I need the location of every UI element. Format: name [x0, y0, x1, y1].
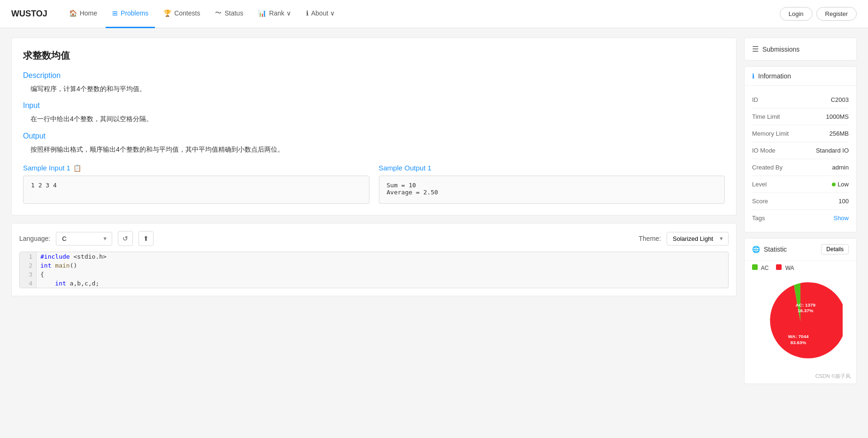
description-heading: Description — [23, 71, 725, 80]
output-section: Output 按照样例输出格式，顺序输出4个整数的和与平均值，其中平均值精确到小… — [23, 132, 725, 154]
brand: WUSTOJ — [11, 9, 47, 19]
line-content-2: int main() — [37, 261, 81, 270]
pie-chart-container: AC: 1379 16.37% WA: 7044 83.63% — [745, 275, 856, 371]
wa-slice — [770, 282, 843, 358]
submissions-label: Submissions — [762, 46, 799, 53]
legend: AC WA — [745, 261, 856, 275]
grid-icon: ⊞ — [112, 9, 118, 17]
tags-show-link[interactable]: Show — [833, 215, 849, 222]
wa-chart-label: WA: 7044 — [788, 334, 809, 339]
sample-grid: Sample Input 1 📋 1 2 3 4 Sample Output 1… — [23, 164, 725, 204]
trophy-icon: 🏆 — [163, 9, 171, 17]
info-circle-icon: ℹ — [306, 9, 308, 17]
code-line-2: 2 int main() — [20, 261, 728, 270]
pie-chart: AC: 1379 16.37% WA: 7044 83.63% — [758, 279, 843, 363]
copy-icon[interactable]: 📋 — [73, 164, 81, 172]
nav-about[interactable]: ℹ About ∨ — [300, 0, 341, 28]
code-editor[interactable]: 1 #include <stdio.h> 2 int main() 3 { 4 … — [19, 252, 729, 288]
description-text: 编写程序，计算4个整数的和与平均值。 — [23, 84, 725, 94]
nav-rank-label: Rank ∨ — [269, 9, 291, 17]
nav-contests-label: Contests — [174, 9, 200, 17]
information-card: ℹ Information ID C2003 Time Limit 1000MS… — [744, 66, 857, 232]
legend-wa-label: WA — [785, 265, 794, 271]
info-io-mode: IO Mode Standard IO — [752, 144, 849, 157]
navbar: WUSTOJ 🏠 Home ⊞ Problems 🏆 Contests 〜 St… — [0, 0, 868, 28]
legend-ac-label: AC — [761, 265, 769, 271]
info-icon: ℹ — [752, 72, 754, 80]
theme-select[interactable]: Solarized Light Default Monokai — [667, 232, 729, 246]
nav-rank[interactable]: 📊 Rank ∨ — [252, 0, 298, 28]
info-id: ID C2003 — [752, 93, 849, 106]
nav-status-label: Status — [224, 9, 243, 17]
code-line-1: 1 #include <stdio.h> — [20, 252, 728, 261]
theme-label: Theme: — [639, 235, 661, 242]
details-button[interactable]: Details — [821, 244, 849, 254]
menu-icon: ☰ — [752, 45, 759, 54]
home-icon: 🏠 — [69, 9, 77, 17]
wa-dot — [776, 264, 782, 270]
info-tags: Tags Show — [752, 212, 849, 224]
line-content-1: #include <stdio.h> — [37, 252, 110, 261]
theme-select-wrapper: Solarized Light Default Monokai ▼ — [667, 232, 729, 246]
output-text: 按照样例输出格式，顺序输出4个整数的和与平均值，其中平均值精确到小数点后两位。 — [23, 144, 725, 154]
language-select-wrapper: C C++ Java Python ▼ — [56, 232, 112, 246]
input-text: 在一行中给出4个整数，其间以空格分隔。 — [23, 114, 725, 124]
nav-contests[interactable]: 🏆 Contests — [157, 0, 207, 28]
line-num-4: 4 — [20, 279, 37, 288]
language-label: Language: — [19, 235, 50, 242]
page-container: 求整数均值 Description 编写程序，计算4个整数的和与平均值。 Inp… — [0, 28, 868, 393]
statistic-label: Statistic — [764, 246, 787, 253]
line-num-2: 2 — [20, 261, 37, 270]
information-label: Information — [758, 72, 791, 80]
footer-text: CSDN ©孩子风 — [745, 371, 856, 384]
nav-home[interactable]: 🏠 Home — [62, 0, 104, 28]
problem-title: 求整数均值 — [23, 49, 725, 62]
line-num-1: 1 — [20, 252, 37, 261]
nav-status[interactable]: 〜 Status — [208, 0, 250, 28]
nav-problems-label: Problems — [121, 9, 148, 17]
auth-buttons: Login Register — [780, 7, 857, 21]
problem-card: 求整数均值 Description 编写程序，计算4个整数的和与平均值。 Inp… — [11, 38, 737, 215]
sample-output-line2: Average = 2.50 — [387, 189, 717, 196]
information-body: ID C2003 Time Limit 1000MS Memory Limit … — [745, 86, 856, 232]
nav-home-label: Home — [80, 9, 97, 17]
nav-problems[interactable]: ⊞ Problems — [106, 0, 155, 28]
login-button[interactable]: Login — [780, 7, 813, 21]
info-time-limit: Time Limit 1000MS — [752, 110, 849, 123]
ac-dot — [752, 264, 758, 270]
sample-input-title: Sample Input 1 — [23, 164, 70, 172]
ac-chart-label: AC: 1379 — [796, 302, 816, 307]
submissions-header: ☰ Submissions — [745, 38, 856, 60]
refresh-button[interactable]: ↺ — [118, 231, 133, 246]
editor-toolbar: Language: C C++ Java Python ▼ ↺ ⬆ Theme:… — [19, 231, 729, 246]
info-level: Level Low — [752, 178, 849, 191]
sample-input-box: 1 2 3 4 — [23, 176, 369, 204]
line-num-3: 3 — [20, 270, 37, 279]
sample-input-label: Sample Input 1 📋 — [23, 164, 369, 172]
sample-output-line1: Sum = 10 — [387, 182, 717, 189]
info-score: Score 100 — [752, 195, 849, 207]
editor-card: Language: C C++ Java Python ▼ ↺ ⬆ Theme:… — [11, 223, 737, 296]
info-memory-limit: Memory Limit 256MB — [752, 127, 849, 140]
main-content: 求整数均值 Description 编写程序，计算4个整数的和与平均值。 Inp… — [11, 38, 737, 384]
language-select[interactable]: C C++ Java Python — [56, 232, 112, 246]
sample-output-col: Sample Output 1 Sum = 10 Average = 2.50 — [379, 164, 725, 204]
pulse-icon: 〜 — [215, 9, 222, 17]
sample-output-label: Sample Output 1 — [379, 164, 725, 172]
register-button[interactable]: Register — [816, 7, 857, 21]
legend-ac: AC — [752, 264, 768, 271]
information-header: ℹ Information — [745, 67, 856, 86]
upload-button[interactable]: ⬆ — [138, 231, 154, 246]
nav-about-label: About ∨ — [311, 9, 335, 17]
description-section: Description 编写程序，计算4个整数的和与平均值。 — [23, 71, 725, 94]
submissions-card: ☰ Submissions — [744, 38, 857, 61]
line-content-3: { — [37, 270, 48, 279]
level-dot — [832, 183, 836, 186]
info-created-by: Created By admin — [752, 161, 849, 174]
input-heading: Input — [23, 101, 725, 110]
sidebar: ☰ Submissions ℹ Information ID C2003 Tim… — [744, 38, 857, 384]
sample-output-title: Sample Output 1 — [379, 164, 432, 172]
bar-icon: 📊 — [258, 9, 266, 17]
statistic-card: 🌐 Statistic Details AC WA — [744, 238, 857, 384]
sample-input-col: Sample Input 1 📋 1 2 3 4 — [23, 164, 369, 204]
